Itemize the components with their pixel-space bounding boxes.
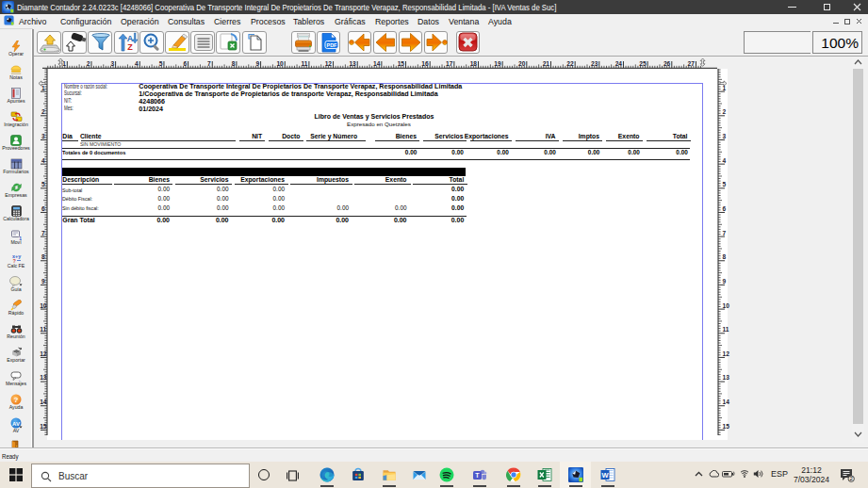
svg-text:4: 4 (41, 157, 44, 164)
svg-text:18: 18 (470, 60, 478, 67)
svg-text:19: 19 (494, 60, 501, 67)
svg-text:24: 24 (615, 60, 623, 67)
svg-text:15: 15 (40, 423, 47, 430)
svg-text:10: 10 (276, 60, 284, 67)
svg-text:10: 10 (723, 302, 730, 309)
svg-text:14: 14 (373, 60, 381, 67)
svg-text:8: 8 (723, 253, 727, 260)
svg-text:9: 9 (723, 278, 727, 285)
svg-text:9: 9 (41, 278, 44, 285)
svg-text:5: 5 (159, 60, 163, 67)
svg-text:16: 16 (421, 60, 429, 67)
svg-text:27: 27 (688, 60, 696, 67)
svg-text:11: 11 (301, 60, 307, 67)
svg-text:13: 13 (723, 374, 730, 381)
svg-text:15: 15 (398, 60, 405, 67)
svg-text:14: 14 (40, 399, 47, 405)
svg-text:7: 7 (723, 230, 727, 236)
svg-text:5: 5 (723, 181, 727, 187)
svg-text:T: T (475, 472, 480, 479)
svg-text:1: 1 (41, 85, 44, 91)
svg-text:21: 21 (543, 60, 550, 67)
svg-text:23: 23 (591, 60, 598, 67)
svg-text:11: 11 (723, 326, 729, 333)
svg-text:Z: Z (127, 42, 133, 52)
svg-text:3: 3 (41, 133, 44, 139)
svg-text:5: 5 (41, 181, 44, 187)
svg-text:7: 7 (207, 60, 211, 67)
svg-text:8: 8 (232, 60, 236, 67)
svg-text:6: 6 (723, 205, 727, 212)
svg-text:10: 10 (40, 302, 47, 309)
svg-text:26: 26 (663, 60, 671, 67)
svg-text:14: 14 (723, 399, 730, 405)
svg-text:12: 12 (40, 350, 47, 357)
svg-text:22: 22 (566, 60, 574, 67)
svg-text:7: 7 (41, 230, 44, 236)
svg-text:2: 2 (41, 108, 44, 115)
svg-text:11: 11 (40, 326, 46, 333)
svg-text:6: 6 (41, 205, 44, 212)
svg-text:20: 20 (518, 60, 526, 67)
svg-text:AV: AV (12, 421, 20, 427)
svg-text:3: 3 (723, 133, 727, 139)
svg-text:W: W (601, 471, 609, 480)
svg-text:25: 25 (639, 60, 647, 67)
svg-text:13: 13 (349, 60, 356, 67)
svg-text:3: 3 (110, 60, 114, 67)
svg-text:6: 6 (183, 60, 187, 67)
svg-text:PDF: PDF (326, 41, 336, 47)
svg-text:13: 13 (40, 374, 47, 381)
svg-text:2: 2 (723, 108, 727, 115)
svg-text:2: 2 (87, 60, 90, 67)
svg-text:17: 17 (446, 60, 453, 67)
svg-text:8: 8 (41, 253, 44, 260)
svg-text:9: 9 (255, 60, 259, 67)
svg-text:4: 4 (135, 60, 139, 67)
svg-text:4: 4 (723, 157, 727, 164)
svg-text:12: 12 (723, 350, 730, 357)
svg-text:12: 12 (325, 60, 333, 67)
svg-text:15: 15 (723, 423, 730, 430)
